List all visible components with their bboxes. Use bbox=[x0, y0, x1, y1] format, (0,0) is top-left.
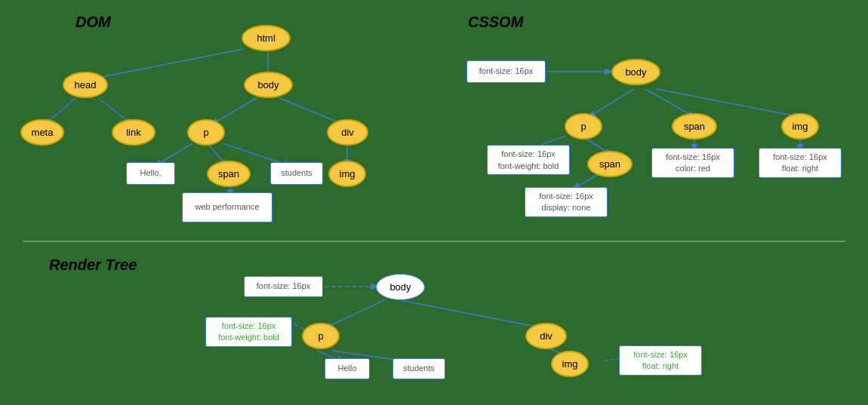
svg-line-22 bbox=[325, 300, 385, 328]
svg-line-23 bbox=[400, 300, 543, 328]
svg-line-13 bbox=[645, 89, 694, 117]
cssom-p-style-rect: font-size: 16pxfont-weight: bold bbox=[487, 145, 570, 175]
svg-line-12 bbox=[589, 89, 634, 117]
dom-meta-node: meta bbox=[20, 119, 64, 146]
dom-span-node: span bbox=[207, 161, 251, 187]
dom-web-performance-rect: web performance bbox=[182, 192, 272, 222]
render-p-node: p bbox=[302, 323, 340, 349]
render-div-node: div bbox=[525, 323, 567, 349]
cssom-span-p-node: span bbox=[587, 151, 633, 177]
dom-hello-rect: Hello, bbox=[126, 162, 175, 185]
cssom-p-node: p bbox=[565, 113, 602, 140]
dom-body-node: body bbox=[244, 72, 293, 98]
render-img-node: img bbox=[551, 351, 589, 377]
render-img-style-rect: font-size: 16pxfloat: right bbox=[619, 345, 702, 376]
dom-link-node: link bbox=[112, 119, 155, 146]
dom-students-rect: students bbox=[270, 162, 323, 185]
dom-html-node: html bbox=[242, 25, 291, 51]
render-students-rect: students bbox=[392, 358, 445, 379]
render-body-style-rect: font-size: 16px bbox=[244, 276, 323, 297]
diagram-container: DOM CSSOM Render Tree html head body met… bbox=[0, 0, 868, 405]
render-body-node: body bbox=[376, 274, 425, 300]
connection-lines bbox=[0, 0, 868, 405]
cssom-span-style-rect: font-size: 16pxcolor: red bbox=[651, 148, 734, 178]
dom-div-node: div bbox=[327, 119, 368, 146]
dom-title: DOM bbox=[75, 14, 111, 31]
svg-line-14 bbox=[657, 89, 800, 117]
dom-head-node: head bbox=[63, 72, 108, 98]
dom-img-node: img bbox=[328, 161, 366, 187]
svg-line-5 bbox=[279, 98, 343, 124]
render-tree-title: Render Tree bbox=[49, 256, 137, 274]
svg-line-17 bbox=[574, 173, 600, 189]
cssom-body-style-rect: font-size: 16px bbox=[466, 60, 546, 83]
svg-line-0 bbox=[91, 49, 243, 79]
render-hello-rect: Hello bbox=[325, 358, 370, 379]
cssom-span-node: span bbox=[672, 113, 717, 140]
cssom-img-node: img bbox=[781, 113, 819, 140]
dom-p-node: p bbox=[187, 119, 225, 146]
cssom-img-style-rect: font-size: 16pxfloat: right bbox=[759, 148, 842, 178]
cssom-title: CSSOM bbox=[468, 14, 523, 31]
cssom-body-node: body bbox=[611, 59, 660, 85]
svg-line-4 bbox=[211, 98, 257, 124]
render-p-style-rect: font-size: 16pxfont-weight: bold bbox=[205, 317, 292, 347]
cssom-span-p-style-rect: font-size: 16pxdisplay: none bbox=[525, 187, 608, 217]
